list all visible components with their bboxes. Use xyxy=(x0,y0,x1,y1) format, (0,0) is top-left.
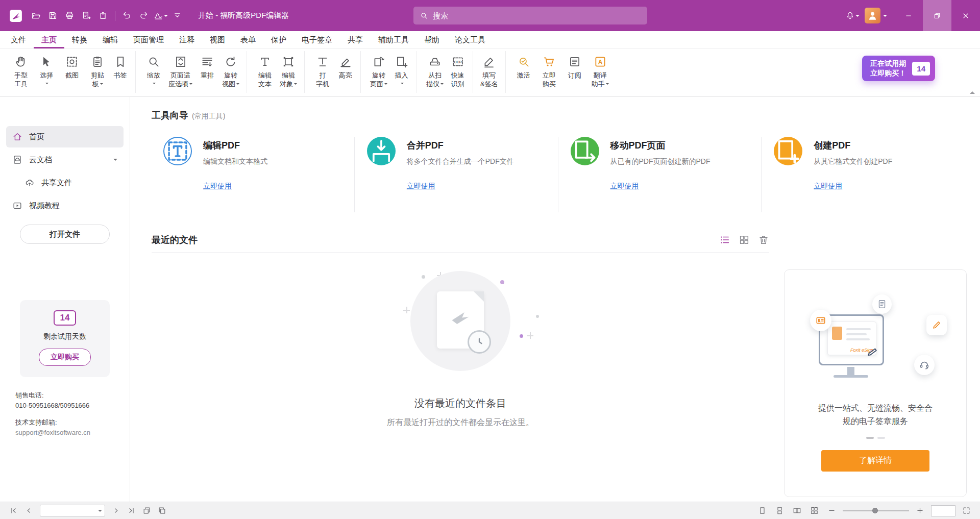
menu-item[interactable]: 电子签章 xyxy=(294,32,340,48)
sidebar-item[interactable]: 共享文件 xyxy=(18,172,124,193)
zoom-value-input[interactable] xyxy=(932,506,955,516)
buy-now-button[interactable]: 立即购买 xyxy=(39,349,91,366)
ribbon-tool[interactable]: 编辑 文本 xyxy=(252,51,278,93)
menu-item[interactable]: 共享 xyxy=(340,32,371,48)
titlebar-button[interactable] xyxy=(44,7,61,24)
search-bar[interactable] xyxy=(413,7,647,24)
ribbon-tool[interactable]: 书签 xyxy=(110,51,136,93)
ribbon-tool[interactable]: 重排 xyxy=(194,51,220,93)
zoom-slider[interactable] xyxy=(843,505,909,517)
facing-icon[interactable] xyxy=(791,505,803,517)
sidebar-item[interactable]: 视频教程 xyxy=(6,195,124,216)
menu-item[interactable]: 页面管理 xyxy=(126,32,172,48)
menu-item[interactable]: 视图 xyxy=(202,32,233,48)
sparkle-decoration xyxy=(527,332,533,339)
single-page-icon[interactable] xyxy=(756,505,769,517)
menu-item[interactable]: 文件 xyxy=(3,32,34,48)
window-control-button[interactable] xyxy=(951,0,980,31)
ribbon-tool[interactable]: 从扫 描仪 xyxy=(422,51,448,93)
menu-item[interactable]: 表单 xyxy=(233,32,263,48)
ribbon-tool[interactable]: 剪贴 板 xyxy=(85,51,110,93)
zoom-value-box[interactable] xyxy=(931,505,955,516)
use-now-link[interactable]: 立即使用 xyxy=(610,182,639,191)
carousel-dot[interactable] xyxy=(866,437,874,439)
grid-view-icon[interactable] xyxy=(739,234,750,245)
ribbon-tool[interactable]: 激活 xyxy=(511,51,536,93)
menu-item[interactable]: 注释 xyxy=(172,32,202,48)
trial-buy-badge[interactable]: 正在试用期立即购买！ 14 xyxy=(862,56,935,81)
support-email-value[interactable]: support@foxitsoftware.cn xyxy=(15,428,130,438)
window-control-button[interactable] xyxy=(923,0,951,31)
ribbon-tool[interactable]: 订阅 xyxy=(562,51,587,93)
ribbon-tool[interactable]: 页面适 应选项 xyxy=(166,51,194,93)
menu-item[interactable]: 主页 xyxy=(34,32,64,48)
titlebar-button[interactable] xyxy=(95,7,112,24)
menu-item[interactable]: 转换 xyxy=(64,32,95,48)
continuous-icon[interactable] xyxy=(773,505,786,517)
ribbon-tool[interactable]: OCR 快速 识别 xyxy=(448,51,473,93)
use-now-link[interactable]: 立即使用 xyxy=(814,182,842,191)
ribbon-tool[interactable]: 旋转 页面 xyxy=(366,51,391,93)
zoom-in-icon[interactable] xyxy=(914,505,926,517)
ribbon-tool[interactable]: 高亮 xyxy=(335,51,361,93)
page-number-box[interactable] xyxy=(40,505,105,516)
home-icon xyxy=(12,132,22,142)
carousel-dot[interactable] xyxy=(877,437,885,439)
search-input[interactable] xyxy=(433,11,641,20)
ribbon-tool[interactable]: 缩放 xyxy=(141,51,166,93)
notification-button[interactable] xyxy=(844,7,861,24)
ribbon-tool[interactable]: 填写 &签名 xyxy=(478,51,506,93)
ribbon-tool[interactable]: 打 字机 xyxy=(310,51,335,93)
menu-item[interactable]: 编辑 xyxy=(95,32,126,48)
user-avatar[interactable] xyxy=(865,8,880,23)
ribbon-tool[interactable]: 立即 购买 xyxy=(536,51,562,93)
page-number-input[interactable] xyxy=(43,507,98,514)
zoom-out-icon[interactable] xyxy=(825,505,838,517)
list-view-icon[interactable] xyxy=(719,234,730,245)
next-page-icon[interactable] xyxy=(110,505,122,517)
ribbon-tool[interactable]: 旋转 视图 xyxy=(220,51,247,93)
titlebar-button[interactable] xyxy=(135,7,152,24)
use-now-link[interactable]: 立即使用 xyxy=(203,182,232,191)
facing-continuous-icon[interactable] xyxy=(808,505,821,517)
collapse-ribbon-caret-icon[interactable] xyxy=(970,89,975,94)
chevron-down-icon[interactable] xyxy=(883,15,887,19)
headset-icon xyxy=(914,355,935,375)
learn-more-button[interactable]: 了解详情 xyxy=(821,450,929,472)
titlebar-button[interactable] xyxy=(118,7,135,24)
titlebar-button[interactable] xyxy=(61,7,78,24)
titlebar-button[interactable] xyxy=(152,7,169,24)
ribbon-tool[interactable]: 插入 xyxy=(391,51,417,93)
zoom-slider-thumb[interactable] xyxy=(872,508,878,513)
next-view-icon[interactable] xyxy=(156,505,168,517)
fullscreen-icon[interactable] xyxy=(960,505,973,517)
ribbon-tool[interactable]: 截图 xyxy=(59,51,85,93)
window-control-button[interactable] xyxy=(894,0,923,31)
ribbon-tool-label: 选择 xyxy=(40,71,53,80)
ribbon-tool[interactable]: 手型 工具 xyxy=(8,51,34,93)
tool-cards-row: 编辑PDF 编辑文档和文本格式 立即使用 合并PDF 将多个文件合并生成一个PD… xyxy=(152,137,965,212)
sidebar-item[interactable]: 首页 xyxy=(6,126,124,147)
open-file-button[interactable]: 打开文件 xyxy=(20,225,110,244)
ribbon-tool-label-2: 应选项 xyxy=(168,80,188,89)
ribbon-tool[interactable]: 选择 xyxy=(34,51,59,93)
sidebar-item[interactable]: 云文档 xyxy=(6,149,124,170)
last-page-icon[interactable] xyxy=(125,505,138,517)
menu-item[interactable]: 帮助 xyxy=(416,32,447,48)
prev-page-icon[interactable] xyxy=(22,505,35,517)
chevron-down-icon xyxy=(401,83,404,86)
first-page-icon[interactable] xyxy=(7,505,20,517)
titlebar-button[interactable] xyxy=(78,7,95,24)
use-now-link[interactable]: 立即使用 xyxy=(407,182,435,191)
titlebar-button[interactable] xyxy=(169,7,186,24)
titlebar-button[interactable] xyxy=(28,7,44,24)
ribbon-tool[interactable]: 编辑 对象 xyxy=(278,51,305,93)
menu-item[interactable]: 辅助工具 xyxy=(371,32,416,48)
document-icon xyxy=(872,294,892,314)
prev-view-icon[interactable] xyxy=(140,505,153,517)
ribbon-tool[interactable]: A 翻译 助手 xyxy=(587,51,613,93)
menu-item[interactable]: 论文工具 xyxy=(447,32,493,48)
trash-icon[interactable] xyxy=(758,234,769,245)
chevron-down-icon[interactable] xyxy=(98,510,102,514)
menu-item[interactable]: 保护 xyxy=(263,32,294,48)
